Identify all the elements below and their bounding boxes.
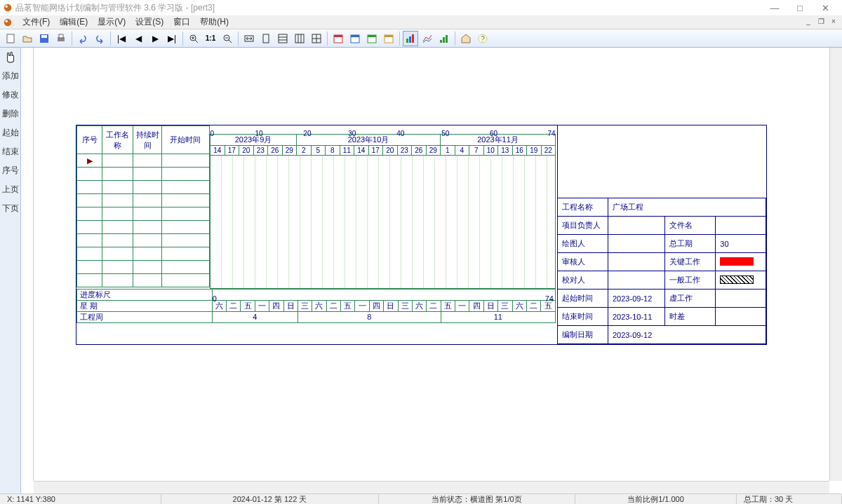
- svg-rect-34: [385, 35, 393, 37]
- left-sidebar: 添加 修改 删除 起始 结束 序号 上页 下页: [0, 48, 21, 493]
- svg-rect-18: [279, 34, 287, 43]
- svg-rect-6: [41, 35, 47, 38]
- cal3-button[interactable]: [364, 31, 380, 46]
- proj-name-value: 广场工程: [608, 198, 766, 217]
- grid1-button[interactable]: [275, 31, 290, 46]
- critical-legend-icon: [720, 257, 754, 266]
- sidebar-modify[interactable]: 修改: [1, 86, 20, 104]
- svg-rect-39: [443, 37, 445, 43]
- sidebar-prev[interactable]: 上页: [1, 181, 20, 198]
- first-button[interactable]: |◀: [114, 31, 129, 46]
- month-2: 2023年10月: [297, 134, 441, 145]
- table-row[interactable]: ▶: [77, 154, 210, 168]
- svg-rect-35: [406, 39, 408, 43]
- maximize-button[interactable]: □: [790, 3, 810, 13]
- table-row[interactable]: [77, 168, 210, 181]
- header-start: 开始时间: [161, 126, 209, 154]
- cal2-button[interactable]: [347, 31, 363, 46]
- mdi-restore[interactable]: ❐: [815, 18, 827, 27]
- table-row[interactable]: [77, 207, 210, 221]
- cal1-button[interactable]: [330, 31, 346, 46]
- minimize-button[interactable]: ―: [765, 3, 784, 13]
- menu-view[interactable]: 显示(V): [93, 15, 130, 29]
- gantt-area[interactable]: [210, 156, 556, 289]
- grid2-button[interactable]: [292, 31, 307, 46]
- vertical-ruler: [21, 48, 34, 481]
- table-row[interactable]: [77, 221, 210, 234]
- chart1-button[interactable]: [403, 31, 418, 46]
- table-row[interactable]: [77, 181, 210, 194]
- cal4-button[interactable]: [381, 31, 396, 46]
- vertical-scrollbar[interactable]: [829, 48, 842, 481]
- menu-help[interactable]: 帮助(H): [196, 15, 233, 29]
- chart2-button[interactable]: [420, 31, 435, 46]
- window-title: 品茗智能网络计划编制与管理软件 3.6 学习版 - [pert3]: [15, 2, 765, 14]
- svg-rect-8: [59, 34, 63, 38]
- fit-height-button[interactable]: [258, 31, 274, 46]
- canvas-area: 序号 工作名称 持续时间 开始时间 ▶: [21, 48, 842, 493]
- horizontal-scrollbar[interactable]: [34, 481, 829, 493]
- gantt-chart: 序号 工作名称 持续时间 开始时间 ▶: [76, 125, 767, 345]
- help-button[interactable]: ?: [475, 31, 490, 46]
- new-button[interactable]: [3, 31, 18, 46]
- end-date-value: 2023-10-11: [608, 308, 665, 326]
- progress-scale-label: 进度标尺: [77, 289, 213, 300]
- chart3-button[interactable]: [436, 31, 452, 46]
- open-button[interactable]: [20, 31, 35, 46]
- grid3-button[interactable]: [309, 31, 324, 46]
- month-3: 2023年11月: [441, 134, 556, 145]
- svg-rect-40: [446, 35, 448, 43]
- table-row[interactable]: [77, 274, 210, 287]
- mdi-close[interactable]: ×: [828, 18, 839, 27]
- status-state: 当前状态：横道图 第1/0页: [379, 494, 575, 504]
- canvas[interactable]: 序号 工作名称 持续时间 开始时间 ▶: [34, 48, 829, 481]
- sidebar-seq[interactable]: 序号: [1, 162, 20, 179]
- svg-point-0: [4, 4, 12, 12]
- zoom-11-button[interactable]: 1:1: [203, 31, 218, 46]
- table-row[interactable]: [77, 261, 210, 274]
- home-button[interactable]: [458, 31, 474, 46]
- last-button[interactable]: ▶|: [164, 31, 180, 46]
- sidebar-add[interactable]: 添加: [1, 67, 20, 85]
- header-seq: 序号: [77, 126, 102, 154]
- svg-line-10: [195, 40, 198, 43]
- svg-text:?: ?: [481, 35, 485, 43]
- sidebar-next[interactable]: 下页: [1, 200, 20, 217]
- zoom-in-button[interactable]: [186, 31, 201, 46]
- total-duration-value: 30: [716, 235, 766, 253]
- svg-rect-36: [409, 36, 411, 43]
- redo-button[interactable]: [92, 31, 107, 46]
- undo-button[interactable]: [75, 31, 91, 46]
- hand-icon[interactable]: [4, 50, 18, 63]
- print-button[interactable]: [53, 31, 69, 46]
- table-row[interactable]: [77, 194, 210, 207]
- menu-edit[interactable]: 编辑(E): [55, 15, 92, 29]
- header-duration: 持续时间: [133, 126, 161, 154]
- sidebar-start[interactable]: 起始: [1, 124, 20, 142]
- svg-point-2: [4, 18, 12, 26]
- header-name: 工作名称: [102, 126, 133, 154]
- svg-rect-21: [295, 34, 304, 43]
- menu-settings[interactable]: 设置(S): [131, 15, 168, 29]
- status-date: 2024-01-12 第 122 天: [161, 494, 379, 504]
- sidebar-end[interactable]: 结束: [1, 143, 20, 161]
- save-button[interactable]: [36, 31, 52, 46]
- menu-window[interactable]: 窗口: [169, 15, 194, 29]
- mdi-minimize[interactable]: _: [803, 18, 814, 27]
- title-bar: 品茗智能网络计划编制与管理软件 3.6 学习版 - [pert3] ― □ ✕: [0, 0, 842, 15]
- fit-width-button[interactable]: [241, 31, 257, 46]
- zoom-out-button[interactable]: [220, 31, 235, 46]
- prev-button[interactable]: ◀: [131, 31, 146, 46]
- svg-point-3: [6, 20, 8, 22]
- svg-rect-38: [440, 40, 442, 43]
- next-button[interactable]: ▶: [147, 31, 163, 46]
- close-button[interactable]: ✕: [815, 3, 835, 13]
- info-panel: 工程名称广场工程 项目负责人文件名 绘图人总工期30 审核人关键工作 校对人一般…: [557, 125, 766, 344]
- sidebar-delete[interactable]: 删除: [1, 105, 20, 123]
- timeline-days-row: 1417202326292581114172023262914710131619…: [210, 145, 556, 155]
- svg-rect-32: [368, 35, 376, 37]
- app-icon-small: [3, 18, 13, 27]
- menu-file[interactable]: 文件(F): [18, 15, 54, 29]
- table-row[interactable]: [77, 234, 210, 247]
- table-row[interactable]: [77, 247, 210, 261]
